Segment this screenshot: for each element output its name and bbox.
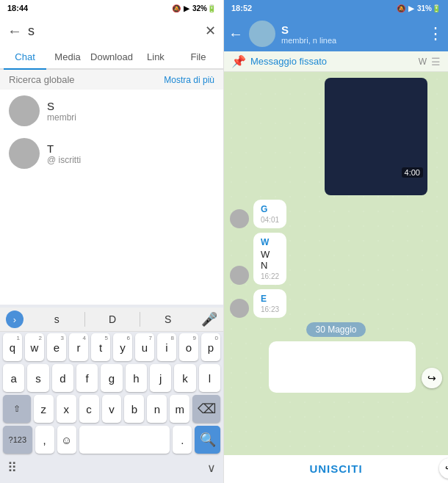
key-q[interactable]: 1q	[3, 333, 22, 361]
join-button[interactable]: UNISCITI	[309, 462, 362, 475]
keyboard-hide-button[interactable]: ∨	[207, 461, 216, 475]
key-d[interactable]: d	[52, 364, 73, 392]
pinned-message-bar[interactable]: 📌 Messaggio fissato W ☰	[224, 51, 448, 72]
chat-name: S	[47, 100, 214, 112]
key-w[interactable]: 2w	[25, 333, 44, 361]
key-x[interactable]: x	[57, 395, 76, 423]
suggestion-1[interactable]: D	[84, 312, 140, 327]
right-header-info: S membri, n linea	[281, 23, 422, 45]
comma-key[interactable]: ,	[35, 426, 54, 454]
key-n[interactable]: n	[147, 395, 167, 423]
video-message: 4:00	[325, 78, 427, 195]
left-header: ← s ✕	[0, 16, 223, 46]
show-more-button[interactable]: Mostra di più	[164, 75, 214, 85]
mic-icon[interactable]: 🎤	[201, 311, 217, 327]
sender-name-e: E	[261, 294, 279, 304]
key-y[interactable]: 6y	[113, 333, 132, 361]
avatar	[9, 95, 40, 126]
key-l[interactable]: l	[199, 364, 220, 392]
backspace-key[interactable]: ⌫	[192, 395, 220, 423]
channel-avatar	[249, 21, 275, 47]
key-v[interactable]: v	[102, 395, 122, 423]
key-f[interactable]: f	[76, 364, 98, 392]
key-m[interactable]: m	[170, 395, 189, 423]
channel-menu-button[interactable]: ⋮	[427, 24, 444, 43]
key-row-1: 1q 2w 3e 4r 5t 6y 7u 8i 9o 0p	[3, 333, 220, 361]
key-r[interactable]: 4r	[69, 333, 88, 361]
chat-messages-area: 4:00 ↪ G 04:01 W W N 16:22	[224, 72, 448, 455]
key-u[interactable]: 7u	[135, 333, 154, 361]
chat-name: T	[47, 142, 214, 155]
left-tabs: Chat Media Download Link File	[0, 46, 223, 70]
right-status-bar: 18:52 🔕 ▶ 31%🔋	[224, 0, 448, 16]
message-bubble-w: W W N 16:22	[253, 233, 286, 285]
tab-download[interactable]: Download	[89, 46, 134, 68]
sender-w-avatar	[230, 266, 249, 285]
keyboard-dots-icon[interactable]: ⠿	[7, 460, 17, 476]
msg-text-w1: W	[261, 249, 279, 260]
right-panel: 18:52 🔕 ▶ 31%🔋 ← S membri, n linea ⋮ 📌 M…	[224, 0, 448, 483]
wifi-icon: ▶	[184, 4, 189, 12]
tab-media[interactable]: Media	[46, 46, 89, 68]
left-status-icons: 🔕 ▶ 32%🔋	[172, 4, 216, 12]
right-wifi-icon: ▶	[408, 4, 414, 12]
key-e[interactable]: 3e	[47, 333, 66, 361]
pending-message-row: ↪	[230, 341, 442, 393]
key-row-3: ⇧ z x c v b n m ⌫	[3, 395, 220, 423]
suggestion-0[interactable]: s	[29, 312, 84, 327]
sender-g-avatar	[230, 209, 249, 228]
right-mute-icon: 🔕	[397, 4, 405, 12]
message-row-g: G 04:01	[230, 200, 442, 228]
shift-key[interactable]: ⇧	[3, 395, 31, 423]
key-g[interactable]: g	[101, 364, 122, 392]
key-k[interactable]: k	[174, 364, 195, 392]
tab-link[interactable]: Link	[134, 46, 177, 68]
search-clear-button[interactable]: ✕	[205, 23, 216, 39]
right-back-button[interactable]: ←	[228, 26, 243, 43]
key-h[interactable]: h	[126, 364, 147, 392]
chat-sub: @ iscritti	[47, 155, 214, 165]
left-status-bar: 18:44 🔕 ▶ 32%🔋	[0, 0, 223, 16]
emoji-key[interactable]: ☺	[57, 426, 76, 454]
pin-icon: 📌	[231, 54, 246, 68]
symbols-key[interactable]: ?123	[3, 426, 32, 454]
tab-chat[interactable]: Chat	[4, 46, 46, 70]
msg-time-w: 16:22	[261, 272, 279, 280]
list-item[interactable]: S membri	[0, 90, 223, 132]
keyboard-rows: 1q 2w 3e 4r 5t 6y 7u 8i 9o 0p a s d f g …	[0, 332, 223, 454]
space-key[interactable]	[79, 426, 170, 454]
right-time: 18:52	[231, 4, 252, 12]
key-b[interactable]: b	[124, 395, 144, 423]
key-a[interactable]: a	[3, 364, 24, 392]
keyboard-suggestions: › s D S 🎤	[0, 308, 223, 332]
msg-text-w2: N	[261, 260, 279, 271]
chat-sub: membri	[47, 112, 214, 123]
period-key[interactable]: .	[173, 426, 192, 454]
left-back-button[interactable]: ←	[7, 23, 22, 40]
msg-time-g: 04:01	[261, 216, 279, 224]
key-o[interactable]: 9o	[179, 333, 198, 361]
right-header: ← S membri, n linea ⋮	[224, 16, 448, 51]
battery-icon: 32%🔋	[192, 4, 216, 12]
forward-button[interactable]: ↪	[422, 368, 442, 388]
key-i[interactable]: 8i	[157, 333, 176, 361]
key-c[interactable]: c	[79, 395, 99, 423]
pinned-label: Messaggio fissato	[250, 56, 414, 67]
key-p[interactable]: 0p	[201, 333, 220, 361]
key-t[interactable]: 5t	[91, 333, 110, 361]
key-row-2: a s d f g h j k l	[3, 364, 220, 392]
video-duration: 4:00	[402, 167, 423, 178]
right-status-icons: 🔕 ▶ 31%🔋	[397, 4, 441, 12]
message-row-w: W W N 16:22	[230, 233, 442, 285]
suggestion-2[interactable]: S	[140, 312, 195, 327]
tab-file[interactable]: File	[177, 46, 220, 68]
suggest-chevron[interactable]: ›	[6, 310, 24, 328]
global-search-label: Ricerca globale	[9, 74, 75, 85]
search-key[interactable]: 🔍	[195, 426, 220, 454]
key-j[interactable]: j	[150, 364, 171, 392]
channel-name: S	[281, 23, 422, 36]
key-s[interactable]: s	[27, 364, 48, 392]
key-z[interactable]: z	[34, 395, 54, 423]
global-search-bar: Ricerca globale Mostra di più	[0, 70, 223, 90]
list-item[interactable]: T @ iscritti	[0, 132, 223, 175]
